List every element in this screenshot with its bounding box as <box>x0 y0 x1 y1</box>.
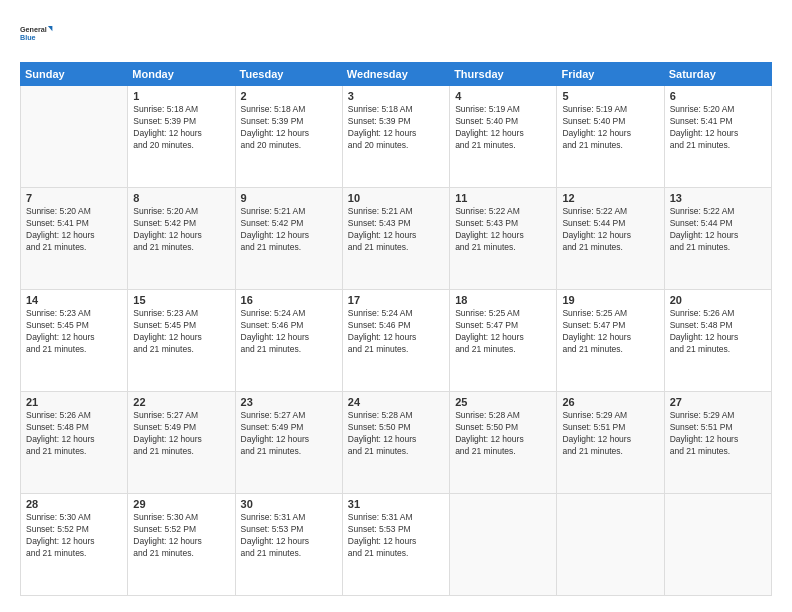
day-info: Sunrise: 5:20 AM Sunset: 5:41 PM Dayligh… <box>670 104 766 152</box>
day-info: Sunrise: 5:30 AM Sunset: 5:52 PM Dayligh… <box>26 512 122 560</box>
calendar-cell: 6Sunrise: 5:20 AM Sunset: 5:41 PM Daylig… <box>664 86 771 188</box>
day-info: Sunrise: 5:18 AM Sunset: 5:39 PM Dayligh… <box>133 104 229 152</box>
svg-text:General: General <box>20 25 47 34</box>
day-number: 6 <box>670 90 766 102</box>
day-number: 7 <box>26 192 122 204</box>
weekday-header: Thursday <box>450 63 557 86</box>
day-number: 4 <box>455 90 551 102</box>
svg-marker-2 <box>48 26 53 31</box>
day-number: 25 <box>455 396 551 408</box>
calendar-cell: 19Sunrise: 5:25 AM Sunset: 5:47 PM Dayli… <box>557 290 664 392</box>
week-row: 14Sunrise: 5:23 AM Sunset: 5:45 PM Dayli… <box>21 290 772 392</box>
calendar-cell <box>664 494 771 596</box>
calendar-cell: 24Sunrise: 5:28 AM Sunset: 5:50 PM Dayli… <box>342 392 449 494</box>
day-number: 22 <box>133 396 229 408</box>
day-info: Sunrise: 5:19 AM Sunset: 5:40 PM Dayligh… <box>455 104 551 152</box>
day-number: 23 <box>241 396 337 408</box>
day-info: Sunrise: 5:31 AM Sunset: 5:53 PM Dayligh… <box>348 512 444 560</box>
weekday-header: Monday <box>128 63 235 86</box>
week-row: 28Sunrise: 5:30 AM Sunset: 5:52 PM Dayli… <box>21 494 772 596</box>
calendar-cell <box>557 494 664 596</box>
calendar-cell: 20Sunrise: 5:26 AM Sunset: 5:48 PM Dayli… <box>664 290 771 392</box>
day-info: Sunrise: 5:31 AM Sunset: 5:53 PM Dayligh… <box>241 512 337 560</box>
day-info: Sunrise: 5:22 AM Sunset: 5:44 PM Dayligh… <box>670 206 766 254</box>
day-info: Sunrise: 5:30 AM Sunset: 5:52 PM Dayligh… <box>133 512 229 560</box>
calendar-cell: 9Sunrise: 5:21 AM Sunset: 5:42 PM Daylig… <box>235 188 342 290</box>
day-number: 28 <box>26 498 122 510</box>
day-number: 15 <box>133 294 229 306</box>
day-info: Sunrise: 5:22 AM Sunset: 5:43 PM Dayligh… <box>455 206 551 254</box>
weekday-header: Friday <box>557 63 664 86</box>
day-number: 12 <box>562 192 658 204</box>
calendar-cell: 31Sunrise: 5:31 AM Sunset: 5:53 PM Dayli… <box>342 494 449 596</box>
weekday-header: Saturday <box>664 63 771 86</box>
week-row: 21Sunrise: 5:26 AM Sunset: 5:48 PM Dayli… <box>21 392 772 494</box>
calendar-cell <box>450 494 557 596</box>
day-info: Sunrise: 5:27 AM Sunset: 5:49 PM Dayligh… <box>133 410 229 458</box>
calendar-cell: 30Sunrise: 5:31 AM Sunset: 5:53 PM Dayli… <box>235 494 342 596</box>
day-number: 16 <box>241 294 337 306</box>
day-number: 17 <box>348 294 444 306</box>
calendar-cell: 29Sunrise: 5:30 AM Sunset: 5:52 PM Dayli… <box>128 494 235 596</box>
day-number: 8 <box>133 192 229 204</box>
calendar-cell: 22Sunrise: 5:27 AM Sunset: 5:49 PM Dayli… <box>128 392 235 494</box>
day-number: 30 <box>241 498 337 510</box>
calendar-cell: 26Sunrise: 5:29 AM Sunset: 5:51 PM Dayli… <box>557 392 664 494</box>
day-info: Sunrise: 5:29 AM Sunset: 5:51 PM Dayligh… <box>562 410 658 458</box>
calendar-cell: 15Sunrise: 5:23 AM Sunset: 5:45 PM Dayli… <box>128 290 235 392</box>
day-info: Sunrise: 5:29 AM Sunset: 5:51 PM Dayligh… <box>670 410 766 458</box>
day-number: 24 <box>348 396 444 408</box>
day-number: 10 <box>348 192 444 204</box>
logo-svg: General Blue <box>20 16 56 52</box>
weekday-header: Sunday <box>21 63 128 86</box>
day-info: Sunrise: 5:20 AM Sunset: 5:42 PM Dayligh… <box>133 206 229 254</box>
calendar-cell: 17Sunrise: 5:24 AM Sunset: 5:46 PM Dayli… <box>342 290 449 392</box>
calendar-cell: 4Sunrise: 5:19 AM Sunset: 5:40 PM Daylig… <box>450 86 557 188</box>
svg-text:Blue: Blue <box>20 33 36 42</box>
calendar-cell <box>21 86 128 188</box>
calendar-cell: 3Sunrise: 5:18 AM Sunset: 5:39 PM Daylig… <box>342 86 449 188</box>
day-number: 29 <box>133 498 229 510</box>
calendar-cell: 13Sunrise: 5:22 AM Sunset: 5:44 PM Dayli… <box>664 188 771 290</box>
calendar-cell: 18Sunrise: 5:25 AM Sunset: 5:47 PM Dayli… <box>450 290 557 392</box>
day-info: Sunrise: 5:27 AM Sunset: 5:49 PM Dayligh… <box>241 410 337 458</box>
day-info: Sunrise: 5:18 AM Sunset: 5:39 PM Dayligh… <box>241 104 337 152</box>
day-info: Sunrise: 5:23 AM Sunset: 5:45 PM Dayligh… <box>133 308 229 356</box>
day-info: Sunrise: 5:23 AM Sunset: 5:45 PM Dayligh… <box>26 308 122 356</box>
logo: General Blue <box>20 16 56 52</box>
calendar-cell: 28Sunrise: 5:30 AM Sunset: 5:52 PM Dayli… <box>21 494 128 596</box>
calendar-cell: 27Sunrise: 5:29 AM Sunset: 5:51 PM Dayli… <box>664 392 771 494</box>
calendar-cell: 1Sunrise: 5:18 AM Sunset: 5:39 PM Daylig… <box>128 86 235 188</box>
weekday-header-row: SundayMondayTuesdayWednesdayThursdayFrid… <box>21 63 772 86</box>
day-number: 11 <box>455 192 551 204</box>
week-row: 7Sunrise: 5:20 AM Sunset: 5:41 PM Daylig… <box>21 188 772 290</box>
calendar-cell: 12Sunrise: 5:22 AM Sunset: 5:44 PM Dayli… <box>557 188 664 290</box>
day-number: 2 <box>241 90 337 102</box>
weekday-header: Tuesday <box>235 63 342 86</box>
day-number: 21 <box>26 396 122 408</box>
calendar-cell: 16Sunrise: 5:24 AM Sunset: 5:46 PM Dayli… <box>235 290 342 392</box>
day-info: Sunrise: 5:18 AM Sunset: 5:39 PM Dayligh… <box>348 104 444 152</box>
day-number: 26 <box>562 396 658 408</box>
day-number: 18 <box>455 294 551 306</box>
day-info: Sunrise: 5:24 AM Sunset: 5:46 PM Dayligh… <box>348 308 444 356</box>
day-info: Sunrise: 5:28 AM Sunset: 5:50 PM Dayligh… <box>455 410 551 458</box>
day-info: Sunrise: 5:19 AM Sunset: 5:40 PM Dayligh… <box>562 104 658 152</box>
calendar-cell: 23Sunrise: 5:27 AM Sunset: 5:49 PM Dayli… <box>235 392 342 494</box>
day-number: 14 <box>26 294 122 306</box>
calendar-cell: 2Sunrise: 5:18 AM Sunset: 5:39 PM Daylig… <box>235 86 342 188</box>
calendar-cell: 8Sunrise: 5:20 AM Sunset: 5:42 PM Daylig… <box>128 188 235 290</box>
calendar-cell: 11Sunrise: 5:22 AM Sunset: 5:43 PM Dayli… <box>450 188 557 290</box>
calendar-cell: 7Sunrise: 5:20 AM Sunset: 5:41 PM Daylig… <box>21 188 128 290</box>
calendar-table: SundayMondayTuesdayWednesdayThursdayFrid… <box>20 62 772 596</box>
day-number: 27 <box>670 396 766 408</box>
week-row: 1Sunrise: 5:18 AM Sunset: 5:39 PM Daylig… <box>21 86 772 188</box>
page: General Blue SundayMondayTuesdayWednesda… <box>0 0 792 612</box>
day-number: 9 <box>241 192 337 204</box>
day-info: Sunrise: 5:21 AM Sunset: 5:42 PM Dayligh… <box>241 206 337 254</box>
day-info: Sunrise: 5:22 AM Sunset: 5:44 PM Dayligh… <box>562 206 658 254</box>
day-info: Sunrise: 5:25 AM Sunset: 5:47 PM Dayligh… <box>562 308 658 356</box>
day-info: Sunrise: 5:25 AM Sunset: 5:47 PM Dayligh… <box>455 308 551 356</box>
weekday-header: Wednesday <box>342 63 449 86</box>
day-number: 19 <box>562 294 658 306</box>
